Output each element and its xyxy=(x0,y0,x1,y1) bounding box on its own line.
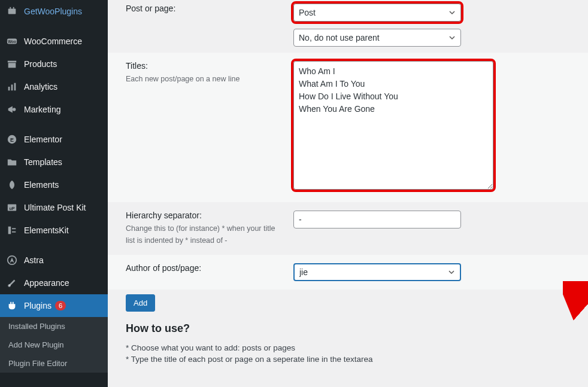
sidebar-item-products[interactable]: Products xyxy=(0,53,108,75)
how-to-use: How to use? * Choose what you want to ad… xyxy=(108,312,588,364)
archive-icon xyxy=(6,58,18,70)
submenu-plugin-file-editor[interactable]: Plugin File Editor xyxy=(0,354,108,373)
svg-rect-5 xyxy=(8,61,16,63)
folder-icon xyxy=(6,156,18,168)
author-select[interactable]: jie xyxy=(293,263,461,281)
author-label: Author of post/page: xyxy=(126,263,201,273)
sidebar-item-label: Products xyxy=(24,59,57,69)
sidebar-item-astra[interactable]: Astra xyxy=(0,249,108,272)
leaf-icon xyxy=(6,179,18,191)
sidebar-item-label: Elements xyxy=(24,180,59,190)
sidebar-item-label: Analytics xyxy=(24,82,57,92)
ekit-icon xyxy=(6,224,18,236)
svg-rect-17 xyxy=(12,231,16,233)
sidebar-item-label: GetWooPlugins xyxy=(24,7,82,16)
sidebar-item-plugins[interactable]: Plugins6 xyxy=(0,294,108,317)
hierarchy-desc: Change this to (for instance) * when you… xyxy=(126,223,281,246)
howto-title: How to use? xyxy=(126,322,570,335)
svg-rect-1 xyxy=(10,7,11,9)
brush-icon xyxy=(6,277,18,289)
titles-desc: Each new post/page on a new line xyxy=(126,73,281,85)
chart-icon xyxy=(6,81,18,93)
notification-badge: 6 xyxy=(55,301,66,310)
svg-rect-8 xyxy=(11,84,13,90)
sidebar-item-label: Marketing xyxy=(24,105,60,114)
add-button[interactable]: Add xyxy=(126,294,155,312)
svg-text:E: E xyxy=(10,137,14,143)
svg-text:Woo: Woo xyxy=(8,39,16,44)
sidebar-item-label: ElementsKit xyxy=(24,226,69,235)
howto-line: * Choose what you want to add: posts or … xyxy=(126,343,570,352)
e-circle-icon: E xyxy=(6,133,18,145)
astra-icon xyxy=(6,254,18,266)
upk-icon: uP xyxy=(6,202,18,214)
titles-label: Titles: xyxy=(126,61,148,71)
svg-rect-16 xyxy=(12,228,16,229)
sidebar-item-upk[interactable]: uPUltimate Post Kit xyxy=(0,196,108,219)
titles-textarea[interactable] xyxy=(293,61,493,190)
plugins-submenu: Installed PluginsAdd New PluginPlugin Fi… xyxy=(0,317,108,373)
megaphone-icon xyxy=(6,103,18,115)
admin-sidebar: GetWooPluginsWooWooCommerceProductsAnaly… xyxy=(0,0,108,387)
sidebar-item-elements[interactable]: Elements xyxy=(0,173,108,196)
main-content: Post or page: Post No, do not use parent… xyxy=(108,0,588,387)
sidebar-item-analytics[interactable]: Analytics xyxy=(0,75,108,98)
svg-rect-9 xyxy=(14,83,16,91)
woo-icon: Woo xyxy=(6,35,18,47)
sidebar-item-label: Ultimate Post Kit xyxy=(24,203,86,212)
submenu-add-new-plugin[interactable]: Add New Plugin xyxy=(0,336,108,354)
sidebar-item-getwooplugins[interactable]: GetWooPlugins xyxy=(0,0,108,23)
svg-rect-15 xyxy=(8,227,11,234)
form-table: Post or page: Post No, do not use parent… xyxy=(108,0,588,290)
svg-rect-7 xyxy=(8,87,10,90)
svg-rect-6 xyxy=(8,63,16,68)
howto-line: * Type the title of each post or page on… xyxy=(126,355,570,364)
sidebar-item-label: Plugins xyxy=(24,301,51,310)
plug-icon xyxy=(6,5,18,17)
hierarchy-label: Hierarchy separator: xyxy=(126,211,202,220)
sidebar-item-label: WooCommerce xyxy=(24,36,82,46)
hierarchy-input[interactable] xyxy=(293,211,461,228)
svg-text:uP: uP xyxy=(9,206,14,211)
svg-point-19 xyxy=(8,284,11,287)
sidebar-item-label: Elementor xyxy=(24,135,62,144)
svg-rect-0 xyxy=(8,9,16,14)
svg-rect-2 xyxy=(13,7,14,9)
sidebar-item-woocommerce[interactable]: WooWooCommerce xyxy=(0,30,108,53)
sidebar-item-templates[interactable]: Templates xyxy=(0,151,108,173)
submenu-installed-plugins[interactable]: Installed Plugins xyxy=(0,317,108,336)
sidebar-item-elementor[interactable]: EElementor xyxy=(0,128,108,151)
sidebar-item-appearance[interactable]: Appearance xyxy=(0,272,108,294)
sidebar-item-label: Astra xyxy=(24,255,44,265)
plugin-icon xyxy=(6,300,18,312)
sidebar-item-label: Appearance xyxy=(24,278,69,288)
sidebar-item-marketing[interactable]: Marketing xyxy=(0,98,108,121)
svg-point-10 xyxy=(13,108,16,111)
sidebar-item-label: Templates xyxy=(24,157,62,167)
post-or-page-select[interactable]: Post xyxy=(293,4,461,22)
parent-select[interactable]: No, do not use parent xyxy=(293,29,461,47)
post-or-page-label: Post or page: xyxy=(126,4,175,13)
sidebar-item-elementskit[interactable]: ElementsKit xyxy=(0,219,108,242)
